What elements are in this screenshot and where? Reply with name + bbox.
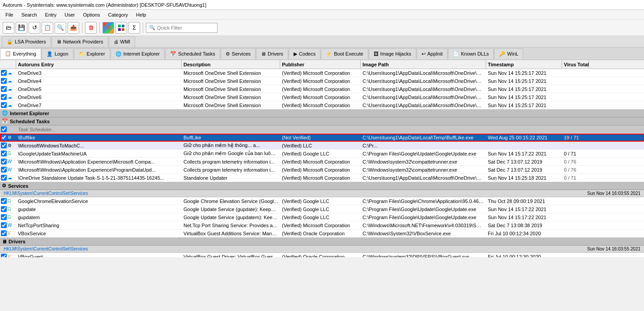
row-checkbox[interactable]: G [0,151,16,156]
column-headers: Autoruns Entry Description Publisher Ima… [0,60,644,69]
table-row[interactable]: ☁ OneDrive4 Microsoft OneDrive Shell Ext… [0,77,644,85]
tab-everything[interactable]: 📋 Everything [0,48,41,59]
section-ie[interactable]: 🌐 Internet Explorer [0,109,644,117]
section-services[interactable]: ⚙ Services [0,182,644,190]
subsection-services-hklm: HKLM\System\CurrentControlSet\Services S… [0,190,644,197]
tab-wmi[interactable]: 🖨 WMI [109,36,136,47]
col-header-path[interactable]: Image Path [361,60,486,69]
col-header-entry[interactable]: Autoruns Entry [16,60,182,69]
row-checkbox[interactable]: G [0,198,16,204]
tab-boot-execute[interactable]: ⚡ Boot Execute [321,48,368,59]
ts-cell: Sat Dec 7 13:08:38 2019 [486,222,562,229]
table-row[interactable]: V VBoxGuest VirtualBox Guest Driver: Vir… [0,253,644,257]
find-button[interactable]: 🔍 [55,22,66,34]
tab-known-dlls[interactable]: 📄 Known DLLs [448,48,494,59]
col-header-check[interactable] [0,60,16,69]
codecs-icon: ▶ [294,51,297,57]
row-checkbox[interactable]: ☁ [0,86,16,92]
row-checkbox[interactable]: ⚙ [0,134,16,140]
tab-drivers[interactable]: 🖥 Drivers [256,48,288,59]
table-row[interactable]: W NetTcpPortSharing Net.Tcp Port Sharing… [0,221,644,229]
tab-logon-label: Logon [55,51,68,56]
entry-cell: Task Scheduler... [16,126,182,133]
menu-help[interactable]: Help [132,11,150,18]
row-checkbox[interactable]: ☁ [0,102,16,108]
entry-cell: \Bufflike [16,134,182,141]
row-checkbox[interactable]: ⚙ [0,143,16,148]
table-row[interactable]: ☁ OneDrive7 Microsoft OneDrive Shell Ext… [0,101,644,109]
table-row[interactable]: ☁ OneDrive3 Microsoft OneDrive Shell Ext… [0,69,644,77]
row-checkbox[interactable]: V [0,230,16,236]
table-row[interactable]: V VBoxService VirtualBox Guest Additions… [0,229,644,238]
scan-button[interactable]: 📋 [42,22,53,34]
row-checkbox[interactable]: W [0,222,16,228]
jump-button[interactable]: 📤 [68,22,79,34]
section-scheduled[interactable]: 📅 Scheduled Tasks [0,117,644,125]
table-row[interactable]: ☁ \OneDrive Standalone Update Task-S-1-5… [0,174,644,182]
row-checkbox[interactable]: ☁ [0,78,16,84]
table-row[interactable]: G gupdatem Google Update Service (gupdat… [0,213,644,221]
row-checkbox[interactable]: W [0,159,16,164]
path-cell: C:\Windows\system32\compattelrunner.exe [361,159,486,165]
path-cell: C:\Users\tuong1\AppData\Local\Microsoft\… [361,94,486,100]
row-checkbox[interactable]: ☁ [0,70,16,76]
col-header-desc[interactable]: Description [182,60,280,69]
tab-codecs[interactable]: ▶ Codecs [289,48,320,59]
subsection-label: HKLM\System\CurrentControlSet\Services [4,191,88,196]
table-row[interactable]: W \Microsoft\Windows\Application Experie… [0,158,644,166]
row-checkbox[interactable]: ☁ [0,175,16,181]
col-header-vt[interactable]: Virus Total [562,60,589,69]
section-drivers[interactable]: 🖥 Drivers [0,238,644,246]
menu-category[interactable]: Category [104,11,132,18]
delete-button[interactable]: 🗑 [85,22,97,34]
menu-entry[interactable]: Entry [42,11,60,18]
table-row[interactable]: W \Microsoft\Windows\Application Experie… [0,166,644,174]
menu-search[interactable]: Search [18,11,41,18]
table-row[interactable]: ☁ OneDrive6 Microsoft OneDrive Shell Ext… [0,93,644,101]
table-row[interactable]: ⚙ \MicrosoftWindowsToMachC... Giữ cho ph… [0,142,644,150]
table-row[interactable]: Task Scheduler... [0,125,644,134]
menu-file[interactable]: File [2,11,17,18]
table-row[interactable]: G gupdate Google Update Service (gupdate… [0,205,644,213]
tab-logon[interactable]: 👤 Logon [42,48,73,59]
menu-options[interactable]: Options [80,11,104,18]
ts-cell: Sun Nov 14 15:25:18 2021 [486,175,562,181]
row-checkbox[interactable] [0,126,16,132]
tab-ie[interactable]: 🌐 Internet Explorer [111,48,165,59]
grid-button[interactable] [115,22,127,34]
col-header-pub[interactable]: Publisher [280,60,361,69]
vt-cell [562,233,589,234]
table-row[interactable]: ☁ OneDrive5 Microsoft OneDrive Shell Ext… [0,85,644,93]
menu-user[interactable]: User [61,11,78,18]
windows-button[interactable]: ⊞ [102,22,114,34]
path-cell: C:\Pr... [361,143,486,149]
tab-network-providers[interactable]: 🖥 Network Providers [51,36,108,47]
tab-lsa-providers[interactable]: 🔒 LSA Providers [2,36,51,47]
refresh-button[interactable]: ↺ [29,22,40,34]
bufflike-row[interactable]: ⚙ \Bufflike BuffLike (Not Verified) C:\U… [0,134,644,142]
tab-appinit[interactable]: ↩ AppInit [417,48,448,59]
tab-area: 🔒 LSA Providers 🖥 Network Providers 🖨 WM… [0,36,644,60]
open-button[interactable]: 🗁 [3,22,14,34]
tab-scheduled-tasks[interactable]: 📅 Scheduled Tasks [165,48,220,59]
row-checkbox[interactable]: V [0,254,16,257]
row-checkbox[interactable]: G [0,206,16,212]
pub-cell: (Verified) Microsoft Corporation [280,94,361,100]
row-checkbox[interactable]: W [0,167,16,173]
tab-explorer[interactable]: 📁 Explorer [74,48,110,59]
pub-cell: (Verified) Microsoft Corporation [280,167,361,173]
tab-services[interactable]: ⚙ Services [221,48,256,59]
col-header-ts[interactable]: Timestamp [486,60,562,69]
row-checkbox[interactable]: G [0,214,16,220]
sigma-button[interactable]: Σ [128,22,140,34]
tab-winl[interactable]: 🔑 WinL [494,48,523,59]
table-row[interactable]: G \GoogleUpdateTaskMachineUA Giữ cho phầ… [0,150,644,158]
save-button[interactable]: 💾 [16,22,27,34]
row-checkbox[interactable]: ☁ [0,94,16,100]
search-input[interactable] [157,25,215,30]
table-row[interactable]: G GoogleChromeElevationService Google Ch… [0,197,644,205]
path-cell: C:\Program Files\Google\Update\GoogleUpd… [361,206,486,212]
everything-icon: 📋 [5,51,11,56]
tab-image-hijacks[interactable]: 🖼 Image Hijacks [369,48,416,59]
vt-cell: 19 / 71 [562,134,589,141]
